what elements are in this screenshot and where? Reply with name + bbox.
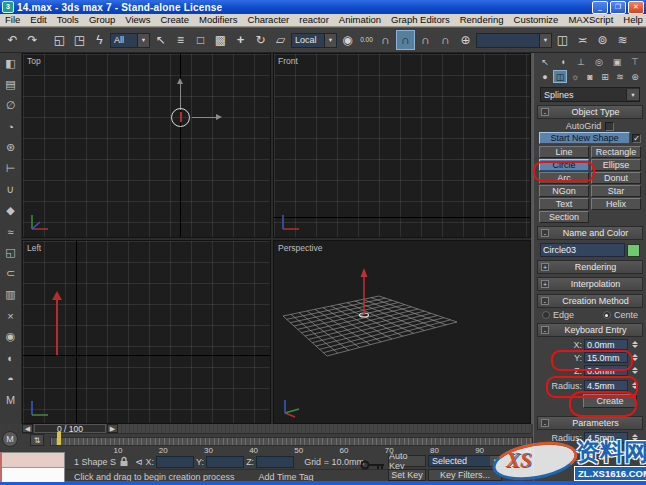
y-spinner[interactable] xyxy=(630,354,639,362)
macro-recorder-icon[interactable]: M xyxy=(2,431,18,447)
hand-tool-icon[interactable]: ∪ xyxy=(1,179,21,200)
close-button[interactable]: ✕ xyxy=(628,1,644,14)
shape-button-star[interactable]: Star xyxy=(591,185,641,197)
tab-modify-icon[interactable]: ◖ xyxy=(556,55,570,68)
layer-manager-icon[interactable]: ≋ xyxy=(613,30,632,50)
macro-tool-icon[interactable]: M xyxy=(1,389,21,410)
viewport-front-label[interactable]: Front xyxy=(278,56,298,66)
previous-frame-button[interactable]: ◀ xyxy=(22,424,33,433)
chevron-down-icon[interactable]: ▼ xyxy=(324,34,336,47)
move-gizmo-y-axis[interactable] xyxy=(180,84,181,110)
chain-tool-icon[interactable]: ⊂ xyxy=(1,263,21,284)
quick-render-icon[interactable]: ⊚ xyxy=(593,30,612,50)
add-time-tag-button[interactable]: Add Time Tag xyxy=(259,472,314,482)
create-button[interactable]: Create xyxy=(583,394,637,408)
viewport-left[interactable]: Left xyxy=(22,240,271,424)
shape-button-text[interactable]: Text xyxy=(539,198,589,210)
named-sets-dropdown[interactable]: ▼ xyxy=(476,33,552,48)
shape-button-donut[interactable]: Donut xyxy=(591,172,641,184)
tab-utilities-icon[interactable]: ⊤ xyxy=(628,55,642,68)
bones-tool-icon[interactable]: ⊢ xyxy=(1,158,21,179)
tab-display-icon[interactable]: ▣ xyxy=(610,55,624,68)
rollout-toggle-icon[interactable]: - xyxy=(541,108,549,116)
cut-tool-icon[interactable]: × xyxy=(1,305,21,326)
category-shapes-icon[interactable]: ◫ xyxy=(553,70,567,83)
z-spinner[interactable] xyxy=(630,367,639,375)
absolute-mode-icon[interactable]: ⊲ xyxy=(135,457,143,467)
status-x-field[interactable] xyxy=(156,456,194,468)
x-spinner[interactable] xyxy=(630,341,639,349)
tab-create-icon[interactable]: ↖ xyxy=(538,55,552,68)
align-icon[interactable]: ≍ xyxy=(573,30,592,50)
link-tool-icon[interactable]: ◱ xyxy=(1,242,21,263)
shape-button-ellipse[interactable]: Ellipse xyxy=(591,159,641,171)
rollout-interpolation[interactable]: + Interpolation xyxy=(537,277,643,291)
chevron-down-icon[interactable]: ▼ xyxy=(137,34,149,47)
angle-snap-icon[interactable]: ∩ xyxy=(396,30,415,50)
time-slider-track[interactable] xyxy=(118,424,531,433)
viewport-front[interactable]: Front xyxy=(273,53,531,238)
autogrid-checkbox[interactable] xyxy=(605,122,614,131)
unlink-selection-icon[interactable]: ◳ xyxy=(70,30,89,50)
mini-listener-script-row[interactable] xyxy=(2,468,64,482)
select-by-name-icon[interactable]: ≡ xyxy=(171,30,190,50)
menu-edit[interactable]: Edit xyxy=(25,14,51,26)
move-gizmo-x-axis[interactable] xyxy=(192,117,216,118)
restore-button[interactable]: ❐ xyxy=(610,1,626,14)
viewport-top[interactable]: Top xyxy=(22,53,271,238)
bend-tool-icon[interactable]: ◔ xyxy=(1,116,21,137)
select-and-rotate-icon[interactable]: ↻ xyxy=(251,30,270,50)
wave-tool-icon[interactable]: ≈ xyxy=(1,221,21,242)
menu-maxscript[interactable]: MAXScript xyxy=(563,14,618,26)
shape-button-arc[interactable]: Arc xyxy=(539,172,589,184)
x-input[interactable]: 0.0mm xyxy=(584,339,628,350)
key-filters-button[interactable]: Key Filters... xyxy=(428,469,502,481)
trackbar-position-marker[interactable] xyxy=(57,432,61,445)
start-new-shape-button[interactable]: Start New Shape xyxy=(539,132,630,144)
undo-icon[interactable]: ↶ xyxy=(3,30,22,50)
set-key-button[interactable]: Set Key xyxy=(388,469,426,481)
shape-button-line[interactable]: Line xyxy=(539,146,589,158)
rollout-toggle-icon[interactable]: - xyxy=(541,229,549,237)
selection-filter-dropdown[interactable]: All▼ xyxy=(110,33,150,48)
rollout-name-and-color[interactable]: - Name and Color xyxy=(537,226,643,240)
rollout-toggle-icon[interactable]: + xyxy=(541,280,549,288)
viewport-left-label[interactable]: Left xyxy=(27,243,41,253)
mini-listener-macro-row[interactable] xyxy=(2,453,64,468)
menu-character[interactable]: Character xyxy=(243,14,295,26)
status-z-field[interactable] xyxy=(256,456,294,468)
rollout-toggle-icon[interactable]: - xyxy=(541,297,549,305)
z-input[interactable]: 0.0mm xyxy=(584,365,628,376)
rect-selection-region-icon[interactable]: □ xyxy=(191,30,210,50)
snaps-toggle-icon[interactable]: ∩ xyxy=(376,30,395,50)
viewport-perspective[interactable]: Perspective xyxy=(273,240,531,424)
menu-tools[interactable]: Tools xyxy=(52,14,84,26)
category-lights-icon[interactable]: ☼ xyxy=(568,70,582,83)
mirror-icon[interactable]: ◫ xyxy=(553,30,572,50)
cloth-tool-icon[interactable]: ◓ xyxy=(1,368,21,389)
use-pivot-center-icon[interactable]: ◉ xyxy=(338,30,357,50)
select-and-scale-icon[interactable]: ▱ xyxy=(271,30,290,50)
category-systems-icon[interactable]: ⊛ xyxy=(628,70,642,83)
next-frame-button[interactable]: ▶ xyxy=(107,424,118,433)
center-radio-option[interactable]: Cente xyxy=(603,310,638,320)
category-cameras-icon[interactable]: ◙ xyxy=(583,70,597,83)
brush-tool-icon[interactable]: ◆ xyxy=(1,200,21,221)
category-spacewarps-icon[interactable]: ≋ xyxy=(613,70,627,83)
shape-button-ngon[interactable]: NGon xyxy=(539,185,589,197)
selection-lock-icon[interactable] xyxy=(119,456,129,467)
shape-button-rectangle[interactable]: Rectangle xyxy=(591,146,641,158)
eraser-tool-icon[interactable]: ∅ xyxy=(1,95,21,116)
chevron-down-icon[interactable]: ▼ xyxy=(626,89,639,100)
gear-tool-icon[interactable]: ⊛ xyxy=(1,137,21,158)
y-input[interactable]: 15.0mm xyxy=(584,352,628,363)
center-radio[interactable] xyxy=(603,311,611,319)
splines-dropdown[interactable]: Splines ▼ xyxy=(540,87,640,102)
chevron-down-icon[interactable]: ▼ xyxy=(539,34,551,47)
select-and-link-icon[interactable]: ◱ xyxy=(50,30,69,50)
category-helpers-icon[interactable]: ⊞ xyxy=(598,70,612,83)
percent-snap-icon[interactable]: ∩ xyxy=(416,30,435,50)
rollout-creation-method[interactable]: - Creation Method xyxy=(537,294,643,308)
ref-coord-dropdown[interactable]: Local▼ xyxy=(291,33,337,48)
rollout-toggle-icon[interactable]: - xyxy=(541,326,549,334)
